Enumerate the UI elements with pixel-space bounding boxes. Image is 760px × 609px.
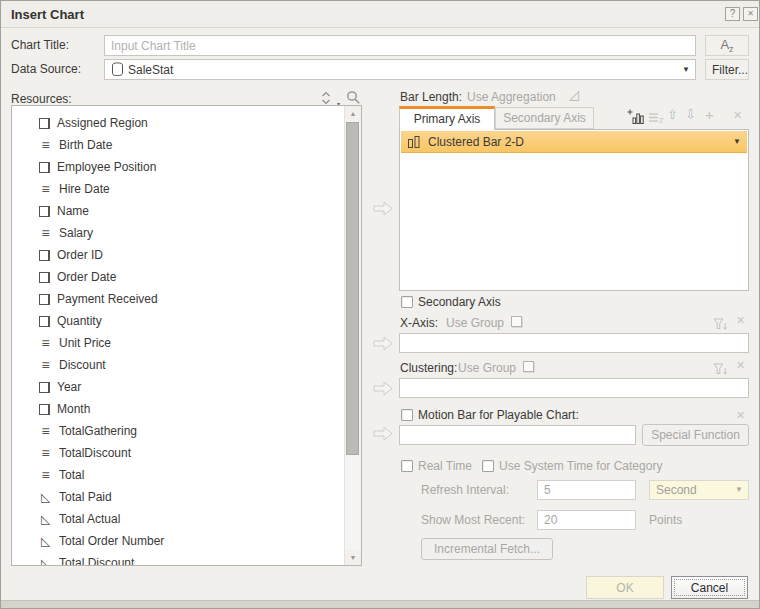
chart-type-value: Clustered Bar 2-D: [428, 135, 524, 149]
lines-field-icon: ≡: [39, 227, 52, 240]
motion-bar-checkbox[interactable]: [401, 409, 413, 421]
square-field-icon: [39, 162, 50, 173]
scroll-up-icon[interactable]: ▲: [345, 106, 361, 121]
resource-item-label: Discount: [59, 358, 106, 372]
resource-item-label: Total Discount: [59, 556, 134, 566]
lines-field-icon: ≡: [39, 337, 52, 350]
move-up-icon: ⇧: [667, 107, 678, 122]
filter-funnel-icon: [713, 318, 728, 331]
show-most-recent-input: [537, 510, 636, 530]
dialog-titlebar: Insert Chart ? ✕: [1, 1, 759, 28]
dialog-title: Insert Chart: [11, 7, 84, 22]
add-series-icon: +: [705, 106, 714, 123]
window-bottom-edge: [1, 600, 759, 608]
resource-item-label: Employee Position: [57, 160, 156, 174]
resource-item[interactable]: ◺ Total Actual: [12, 508, 344, 530]
combo-arrow-icon: ▼: [735, 485, 743, 494]
move-right-arrow-icon: [372, 425, 394, 442]
refresh-unit-combobox: Second ▼: [649, 480, 749, 500]
real-time-label: Real Time: [418, 459, 472, 473]
square-field-icon: [39, 404, 50, 415]
resource-item[interactable]: Order Date: [12, 266, 344, 288]
resource-item[interactable]: ≡ Unit Price: [12, 332, 344, 354]
combo-arrow-icon[interactable]: ▼: [682, 65, 690, 74]
resource-item[interactable]: ≡ Hire Date: [12, 178, 344, 200]
move-right-arrow-icon: [372, 335, 394, 352]
scrollbar-thumb[interactable]: [346, 122, 359, 455]
resources-label: Resources:: [11, 92, 72, 106]
clustering-input[interactable]: [399, 378, 749, 398]
sort-icon[interactable]: [320, 91, 332, 105]
resource-item-label: Total Actual: [59, 512, 120, 526]
cancel-button[interactable]: Cancel: [671, 576, 748, 599]
chart-type-row[interactable]: Clustered Bar 2-D ▼: [401, 131, 747, 153]
filter-funnel-icon: [713, 363, 728, 376]
font-settings-button[interactable]: Az: [705, 35, 749, 56]
resource-item-label: Hire Date: [59, 182, 110, 196]
use-group-icon: [523, 361, 534, 372]
clustering-clear-icon: ✕: [736, 359, 745, 372]
resources-scrollbar[interactable]: ▲ ▼: [344, 106, 361, 565]
delete-series-icon: ✕: [733, 109, 742, 122]
data-source-combobox[interactable]: SaleStat ▼: [104, 59, 696, 80]
filter-button[interactable]: Filter...: [705, 59, 749, 80]
x-axis-label: X-Axis:: [400, 316, 438, 330]
square-field-icon: [39, 272, 50, 283]
lines-field-icon: ≡: [39, 425, 52, 438]
lines-field-icon: ≡: [39, 447, 52, 460]
chart-title-input[interactable]: [104, 35, 696, 56]
resource-item[interactable]: ◺ Total Paid: [12, 486, 344, 508]
resource-item-label: Order ID: [57, 248, 103, 262]
resource-item[interactable]: ≡ TotalGathering: [12, 420, 344, 442]
resource-item[interactable]: ◺ Total Order Number: [12, 530, 344, 552]
resource-item[interactable]: ≡ Total: [12, 464, 344, 486]
aggregation-triangle-icon: ◿: [569, 87, 579, 102]
lines-field-icon: ≡: [39, 469, 52, 482]
resource-item[interactable]: Year: [12, 376, 344, 398]
lines-field-icon: ≡: [39, 359, 52, 372]
resource-item[interactable]: Employee Position: [12, 156, 344, 178]
triangle-field-icon: ◺: [39, 491, 52, 504]
resource-item[interactable]: Quantity: [12, 310, 344, 332]
square-field-icon: [39, 316, 50, 327]
search-icon[interactable]: [346, 90, 361, 105]
resource-item[interactable]: ≡ TotalDiscount: [12, 442, 344, 464]
bar-length-label: Bar Length:: [400, 90, 462, 104]
font-z-glyph: z: [729, 44, 734, 54]
resource-item[interactable]: Order ID: [12, 244, 344, 266]
resource-item-label: Assigned Region: [57, 116, 148, 130]
close-icon[interactable]: ✕: [743, 7, 758, 21]
resource-item[interactable]: ≡ Salary: [12, 222, 344, 244]
resource-item[interactable]: Payment Received: [12, 288, 344, 310]
resource-item-label: Month: [57, 402, 90, 416]
edit-list-icon: z: [648, 112, 664, 124]
secondary-axis-checkbox[interactable]: [401, 296, 413, 308]
motion-bar-clear-icon: ✕: [736, 409, 745, 422]
resource-item-label: Payment Received: [57, 292, 158, 306]
chart-type-list: Clustered Bar 2-D ▼: [399, 129, 749, 291]
resource-item[interactable]: Assigned Region: [12, 112, 344, 134]
resource-item[interactable]: ≡ Birth Date: [12, 134, 344, 156]
use-aggregation-hint: Use Aggregation: [467, 90, 556, 104]
refresh-interval-label: Refresh Interval:: [421, 483, 509, 497]
x-axis-input[interactable]: [399, 333, 749, 353]
help-icon[interactable]: ?: [725, 7, 740, 21]
resource-item[interactable]: ◺ Total Discount: [12, 552, 344, 566]
incremental-fetch-button: Incremental Fetch...: [421, 538, 553, 560]
triangle-field-icon: ◺: [39, 557, 52, 567]
points-label: Points: [649, 513, 682, 527]
system-time-checkbox: [482, 460, 494, 472]
resource-item[interactable]: Name: [12, 200, 344, 222]
resource-item[interactable]: ≡ Discount: [12, 354, 344, 376]
resource-item-label: Total Order Number: [59, 534, 164, 548]
move-right-arrow-icon: [372, 380, 394, 397]
tab-primary-axis[interactable]: Primary Axis: [399, 106, 495, 130]
chart-type-dropdown-icon[interactable]: ▼: [733, 137, 741, 146]
resource-item[interactable]: Month: [12, 398, 344, 420]
add-chart-icon[interactable]: [627, 109, 645, 125]
real-time-checkbox: [401, 460, 413, 472]
move-down-icon: ⇩: [685, 107, 696, 122]
scroll-down-icon[interactable]: ▼: [345, 550, 361, 565]
motion-bar-input[interactable]: [399, 425, 636, 445]
tab-secondary-axis[interactable]: Secondary Axis: [495, 107, 594, 129]
